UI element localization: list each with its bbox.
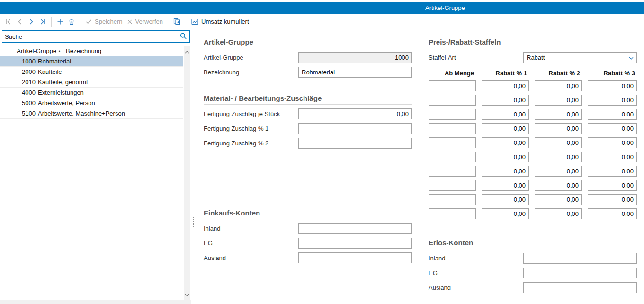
list-item[interactable]: 1000Rohmaterial <box>0 56 183 67</box>
nav-last-icon <box>39 18 46 26</box>
rabatt-3-input[interactable] <box>588 109 637 120</box>
fertigung-zuschlag-stueck-input[interactable] <box>298 108 412 119</box>
nav-next-button[interactable] <box>26 17 37 27</box>
rabatt-2-input[interactable] <box>535 194 582 205</box>
artikel-gruppe-input[interactable] <box>298 52 412 63</box>
column-header-bezeichnung[interactable]: Bezeichnung <box>63 47 101 54</box>
list-item[interactable]: 5000Arbeitswerte, Person <box>0 98 183 108</box>
ab-menge-input[interactable] <box>429 152 476 162</box>
einkauf-ausland-input[interactable] <box>298 252 412 263</box>
rabatt-3-input[interactable] <box>588 208 637 219</box>
field-label: Ausland <box>204 254 298 261</box>
save-button[interactable]: Speichern <box>83 17 125 27</box>
fertigung-zuschlag-1-input[interactable] <box>298 123 412 134</box>
row-bezeichnung: Externleistungen <box>38 89 84 96</box>
umsatz-kumuliert-label: Umsatz kumuliert <box>201 18 249 25</box>
nav-first-button[interactable] <box>3 17 14 27</box>
rabatt-2-input[interactable] <box>535 137 582 148</box>
vertical-scrollbar[interactable] <box>184 46 190 300</box>
rabatt-2-input[interactable] <box>535 152 582 162</box>
section-heading: Erlös-Konten <box>429 239 637 249</box>
copy-record-icon <box>173 18 181 26</box>
rabatt-2-input[interactable] <box>535 208 582 219</box>
erloes-inland-input[interactable] <box>523 253 637 264</box>
erloes-ausland-input[interactable] <box>523 282 637 293</box>
scroll-up-icon[interactable] <box>185 48 189 55</box>
field-label: Artikel-Gruppe <box>204 54 298 61</box>
rabatt-2-input[interactable] <box>535 180 582 191</box>
toolbar: Speichern Verwerfen Umsatz kumuliert <box>0 14 644 29</box>
discard-button[interactable]: Verwerfen <box>125 17 165 27</box>
ab-menge-input[interactable] <box>429 180 476 191</box>
nav-last-button[interactable] <box>37 17 48 27</box>
rabatt-1-input[interactable] <box>482 208 529 219</box>
rabatt-3-input[interactable] <box>588 166 637 177</box>
rabatt-1-input[interactable] <box>482 95 529 106</box>
bezeichnung-input[interactable] <box>298 67 412 78</box>
umsatz-kumuliert-button[interactable]: Umsatz kumuliert <box>189 17 250 27</box>
scroll-down-icon[interactable] <box>185 291 189 298</box>
rabatt-3-input[interactable] <box>588 123 637 134</box>
rabatt-1-input[interactable] <box>482 137 529 148</box>
rabatt-2-input[interactable] <box>535 123 582 134</box>
search-input[interactable] <box>2 33 179 40</box>
ab-menge-input[interactable] <box>429 166 476 177</box>
field-row: Ausland <box>429 282 637 293</box>
trash-icon <box>68 18 75 26</box>
rabatt-1-input[interactable] <box>482 152 529 162</box>
add-record-button[interactable] <box>54 17 66 27</box>
delete-record-button[interactable] <box>66 17 77 27</box>
ab-menge-input[interactable] <box>429 80 476 91</box>
rabatt-3-input[interactable] <box>588 137 637 148</box>
row-bezeichnung: Arbeitswerte, Maschine+Person <box>38 110 125 117</box>
rabatt-1-input[interactable] <box>482 194 529 205</box>
section-erloes-konten: Erlös-Konten InlandEGAusland <box>429 239 637 293</box>
ab-menge-input[interactable] <box>429 123 476 134</box>
field-group: InlandEGAusland <box>429 253 637 293</box>
rabatt-2-input[interactable] <box>535 109 582 120</box>
rabatt-1-input[interactable] <box>482 80 529 91</box>
section-heading: Einkaufs-Konten <box>204 209 412 219</box>
list-item[interactable]: 5100Arbeitswerte, Maschine+Person <box>0 108 183 119</box>
rabatt-2-input[interactable] <box>535 95 582 106</box>
list-body: 1000Rohmaterial2000Kaufteile2010Kaufteil… <box>0 56 183 119</box>
ab-menge-input[interactable] <box>429 137 476 148</box>
horizontal-scrollbar[interactable] <box>0 300 191 304</box>
list-item[interactable]: 4000Externleistungen <box>0 88 183 98</box>
ab-menge-input[interactable] <box>429 208 476 219</box>
staffel-art-value: Rabatt <box>527 54 545 61</box>
rabatt-2-input[interactable] <box>535 166 582 177</box>
field-row: EG <box>429 268 637 278</box>
fertigung-zuschlag-2-input[interactable] <box>298 138 412 149</box>
erloes-eg-input[interactable] <box>523 268 637 278</box>
field-group: Fertigung Zuschlag je StückFertigung Zus… <box>204 108 412 149</box>
rabatt-1-input[interactable] <box>482 109 529 120</box>
staffel-headers: Ab MengeRabatt % 1Rabatt % 2Rabatt % 3 <box>429 70 637 77</box>
field-row: Fertigung Zuschlag je Stück <box>204 108 412 119</box>
rabatt-1-input[interactable] <box>482 180 529 191</box>
ab-menge-input[interactable] <box>429 95 476 106</box>
rabatt-3-input[interactable] <box>588 194 637 205</box>
einkauf-inland-input[interactable] <box>298 223 412 234</box>
field-label: EG <box>429 269 523 277</box>
rabatt-1-input[interactable] <box>482 166 529 177</box>
ab-menge-input[interactable] <box>429 109 476 120</box>
nav-prev-button[interactable] <box>14 17 26 27</box>
column-header-artikel-gruppe[interactable]: Artikel-Gruppe ▲ <box>0 46 63 56</box>
copy-record-button[interactable] <box>171 16 183 27</box>
rabatt-3-input[interactable] <box>588 180 637 191</box>
rabatt-3-input[interactable] <box>588 95 637 106</box>
list-item[interactable]: 2010Kaufteile, genormt <box>0 77 183 88</box>
rabatt-3-input[interactable] <box>588 152 637 162</box>
rabatt-2-input[interactable] <box>535 80 582 91</box>
field-row: Inland <box>429 253 637 264</box>
ab-menge-input[interactable] <box>429 194 476 205</box>
rabatt-1-input[interactable] <box>482 123 529 134</box>
list-item[interactable]: 2000Kaufteile <box>0 67 183 77</box>
staffel-art-dropdown[interactable]: Rabatt <box>523 52 637 63</box>
search-icon[interactable] <box>179 32 189 41</box>
search-box <box>2 30 190 43</box>
rabatt-3-input[interactable] <box>588 80 637 91</box>
panel-splitter[interactable] <box>192 216 196 228</box>
einkauf-eg-input[interactable] <box>298 238 412 249</box>
